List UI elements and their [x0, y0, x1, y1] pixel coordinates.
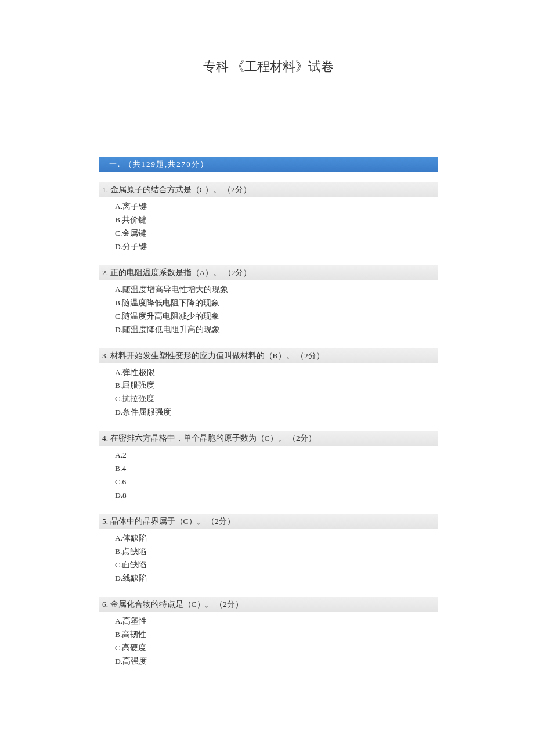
options: A.高塑性B.高韧性C.高硬度D.高强度 [99, 615, 438, 668]
option: B.随温度降低电阻下降的现象 [115, 297, 438, 310]
option: A.离子键 [115, 200, 438, 214]
option: A.高塑性 [115, 615, 438, 628]
question-stem: 材料开始发生塑性变形的应力值叫做材料的（B）。 [110, 351, 294, 360]
question: 5. 晶体中的晶界属于（C）。 （2分）A.体缺陷B.点缺陷C.面缺陷D.线缺陷 [99, 514, 438, 585]
questions-container: 1. 金属原子的结合方式是（C）。 （2分）A.离子键B.共价键C.金属键D.分… [99, 182, 438, 668]
question-number: 3. [102, 351, 108, 360]
option: C.金属键 [115, 227, 438, 240]
question-points: （2分） [296, 351, 324, 360]
option: C.随温度升高电阻减少的现象 [115, 310, 438, 323]
option: D.高强度 [115, 655, 438, 668]
option: D.随温度降低电阻升高的现象 [115, 323, 438, 337]
option: B.点缺陷 [115, 545, 438, 559]
options: A.体缺陷B.点缺陷C.面缺陷D.线缺陷 [99, 532, 438, 585]
option: B.共价键 [115, 214, 438, 227]
question-number: 4. [102, 434, 108, 442]
question-stem: 晶体中的晶界属于（C）。 [110, 517, 205, 525]
question-points: （2分） [288, 434, 316, 442]
question-number: 2. [102, 268, 108, 277]
option: A.体缺陷 [115, 532, 438, 545]
question-points: （2分） [215, 600, 243, 609]
section-number: 一. [109, 160, 121, 168]
options: A.2B.4C.6D.8 [99, 449, 438, 502]
exam-title: 专科 《工程材料》试卷 [99, 58, 438, 75]
option: C.高硬度 [115, 642, 438, 655]
question-header: 4. 在密排六方晶格中，单个晶胞的原子数为（C）。 （2分） [99, 431, 438, 446]
question-points: （2分） [223, 268, 252, 277]
question-stem: 正的电阻温度系数是指（A）。 [110, 268, 222, 277]
option: D.条件屈服强度 [115, 406, 438, 419]
question-header: 3. 材料开始发生塑性变形的应力值叫做材料的（B）。 （2分） [99, 348, 438, 363]
option: B.4 [115, 462, 438, 476]
option: D.8 [115, 489, 438, 502]
question: 1. 金属原子的结合方式是（C）。 （2分）A.离子键B.共价键C.金属键D.分… [99, 182, 438, 254]
options: A.弹性极限B.屈服强度C.抗拉强度D.条件屈服强度 [99, 366, 438, 420]
option: C.面缺陷 [115, 559, 438, 572]
option: B.屈服强度 [115, 379, 438, 393]
question-number: 5. [102, 517, 108, 525]
question-header: 1. 金属原子的结合方式是（C）。 （2分） [99, 182, 438, 197]
question: 2. 正的电阻温度系数是指（A）。 （2分）A.随温度增高导电性增大的现象B.随… [99, 265, 438, 337]
options: A.随温度增高导电性增大的现象B.随温度降低电阻下降的现象C.随温度升高电阻减少… [99, 283, 438, 337]
option: B.高韧性 [115, 628, 438, 642]
question: 6. 金属化合物的特点是（C）。 （2分）A.高塑性B.高韧性C.高硬度D.高强… [99, 597, 438, 668]
question-points: （2分） [207, 517, 235, 525]
question-header: 5. 晶体中的晶界属于（C）。 （2分） [99, 514, 438, 529]
option: A.随温度增高导电性增大的现象 [115, 283, 438, 297]
question: 4. 在密排六方晶格中，单个晶胞的原子数为（C）。 （2分）A.2B.4C.6D… [99, 431, 438, 502]
question-points: （2分） [223, 185, 251, 194]
question-number: 6. [102, 600, 108, 609]
option: A.弹性极限 [115, 366, 438, 380]
question-header: 2. 正的电阻温度系数是指（A）。 （2分） [99, 265, 438, 280]
option: D.分子键 [115, 240, 438, 254]
option: D.线缺陷 [115, 572, 438, 585]
question-stem: 金属化合物的特点是（C）。 [110, 600, 213, 609]
option: C.6 [115, 476, 438, 489]
question-number: 1. [102, 185, 108, 194]
question-stem: 在密排六方晶格中，单个晶胞的原子数为（C）。 [110, 434, 286, 442]
options: A.离子键B.共价键C.金属键D.分子键 [99, 200, 438, 254]
question-stem: 金属原子的结合方式是（C）。 [110, 185, 221, 194]
section-meta: （共129题,共270分） [124, 160, 209, 168]
question: 3. 材料开始发生塑性变形的应力值叫做材料的（B）。 （2分）A.弹性极限B.屈… [99, 348, 438, 420]
option: A.2 [115, 449, 438, 462]
option: C.抗拉强度 [115, 393, 438, 406]
section-header: 一. （共129题,共270分） [99, 157, 438, 172]
question-header: 6. 金属化合物的特点是（C）。 （2分） [99, 597, 438, 612]
